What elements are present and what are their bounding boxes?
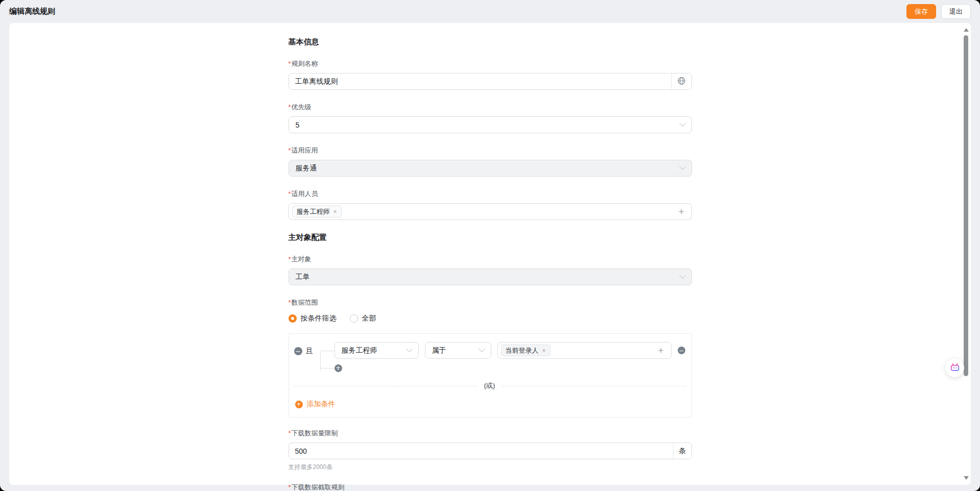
field-data-range: *数据范围 按条件筛选 全部: [289, 298, 692, 323]
rule-name-label: 规则名称: [292, 60, 318, 67]
condition-field-select[interactable]: 服务工程师: [334, 342, 419, 359]
add-condition-button[interactable]: + 添加条件: [295, 400, 336, 409]
download-limit-unit: 条: [673, 443, 691, 459]
download-rule-label: 下载数据截取规则: [292, 483, 345, 491]
assistant-fab[interactable]: [945, 358, 964, 377]
section-basic-info: 基本信息: [289, 37, 692, 47]
main-object-value: 工单: [296, 273, 680, 282]
add-personnel-icon[interactable]: +: [674, 206, 688, 217]
field-personnel: *适用人员 服务工程师 × +: [289, 189, 692, 220]
remove-condition-row-button[interactable]: −: [678, 347, 685, 354]
page-title: 编辑离线规则: [9, 7, 55, 16]
app-window: 编辑离线规则 保存 退出 基本信息 *规则名称: [0, 0, 980, 491]
priority-select[interactable]: 5: [289, 116, 692, 133]
radio-all[interactable]: 全部: [350, 314, 376, 323]
required-mark: *: [289, 103, 291, 111]
chevron-down-icon: [406, 346, 413, 352]
required-mark: *: [289, 60, 291, 67]
condition-value-multiselect[interactable]: 当前登录人 × +: [497, 342, 672, 359]
add-condition-label: 添加条件: [307, 400, 336, 409]
download-limit-input[interactable]: [289, 443, 673, 459]
condition-operator-select[interactable]: 属于: [425, 342, 491, 359]
data-range-radio-group: 按条件筛选 全部: [289, 314, 692, 323]
save-button[interactable]: 保存: [906, 4, 936, 19]
required-mark: *: [289, 146, 291, 154]
add-icon: +: [295, 401, 303, 408]
field-priority: *优先级 5: [289, 103, 692, 133]
required-mark: *: [289, 299, 291, 306]
required-mark: *: [289, 255, 291, 263]
scrollbar-thumb[interactable]: [964, 35, 968, 376]
or-divider: (或): [294, 381, 685, 390]
personnel-multiselect[interactable]: 服务工程师 × +: [289, 203, 692, 220]
required-mark: *: [289, 190, 291, 198]
required-mark: *: [289, 483, 291, 491]
form-column: 基本信息 *规则名称: [289, 23, 692, 491]
topbar: 编辑离线规则 保存 退出: [0, 0, 980, 23]
scroll-down-arrow[interactable]: [964, 476, 969, 480]
tag-close-icon[interactable]: ×: [333, 209, 337, 215]
data-range-label: 数据范围: [292, 299, 318, 306]
robot-icon: [949, 361, 961, 375]
radio-filter-by-condition[interactable]: 按条件筛选: [289, 314, 337, 323]
chevron-down-icon: [479, 346, 485, 352]
tag-close-icon[interactable]: ×: [542, 348, 546, 354]
scroll-up-arrow[interactable]: [964, 28, 969, 32]
add-condition-row-button[interactable]: +: [334, 364, 342, 372]
field-download-rule: *下载数据截取规则 创建时间 升序 降序: [289, 483, 692, 491]
field-app: *适用应用 服务通: [289, 146, 692, 177]
chevron-down-icon: [679, 120, 686, 127]
app-select: 服务通: [289, 160, 692, 177]
download-limit-label: 下载数据量限制: [292, 429, 338, 437]
add-condition-row: +: [334, 364, 685, 372]
chevron-down-icon: [679, 163, 686, 170]
app-value: 服务通: [296, 164, 680, 173]
remove-group-button[interactable]: −: [294, 347, 302, 355]
form-card: 基本信息 *规则名称: [9, 23, 971, 485]
condition-builder: − 且 服务工程师 属于: [289, 333, 692, 418]
rule-name-input[interactable]: [289, 73, 671, 89]
add-condition-value-icon[interactable]: +: [654, 345, 667, 356]
download-limit-control: 条: [289, 443, 692, 459]
condition-value-tag: 当前登录人 ×: [501, 345, 551, 357]
personnel-tag: 服务工程师 ×: [292, 206, 342, 218]
or-divider-label: (或): [484, 381, 495, 390]
condition-group-operator: − 且: [294, 347, 313, 356]
condition-branch: 服务工程师 属于 当前登录人: [320, 342, 685, 372]
required-mark: *: [289, 429, 291, 437]
section-main-object-config: 主对象配置: [289, 233, 692, 242]
download-limit-helper: 支持最多2000条: [289, 463, 692, 472]
priority-label: 优先级: [292, 103, 312, 111]
personnel-label: 适用人员: [292, 190, 318, 198]
vertical-scrollbar: [963, 24, 969, 484]
chevron-down-icon: [679, 272, 686, 279]
main-object-select: 工单: [289, 268, 692, 285]
condition-row: 服务工程师 属于 当前登录人: [334, 342, 685, 359]
condition-field-value: 服务工程师: [342, 346, 407, 355]
translate-button[interactable]: [671, 73, 691, 89]
rule-name-control: [289, 73, 692, 90]
exit-button[interactable]: 退出: [941, 4, 971, 19]
topbar-actions: 保存 退出: [906, 4, 971, 19]
radio-off-icon: [350, 314, 358, 323]
globe-icon: [677, 77, 686, 87]
field-rule-name: *规则名称: [289, 59, 692, 90]
priority-value: 5: [296, 121, 680, 129]
condition-operator-value: 属于: [432, 346, 480, 355]
main-object-label: 主对象: [292, 255, 312, 263]
field-download-limit: *下载数据量限制 条 支持最多2000条: [289, 429, 692, 472]
app-label: 适用应用: [292, 146, 318, 154]
group-operator-label: 且: [306, 347, 313, 356]
condition-group: − 且 服务工程师 属于: [294, 342, 685, 372]
radio-on-icon: [289, 314, 297, 323]
field-main-object: *主对象 工单: [289, 255, 692, 285]
